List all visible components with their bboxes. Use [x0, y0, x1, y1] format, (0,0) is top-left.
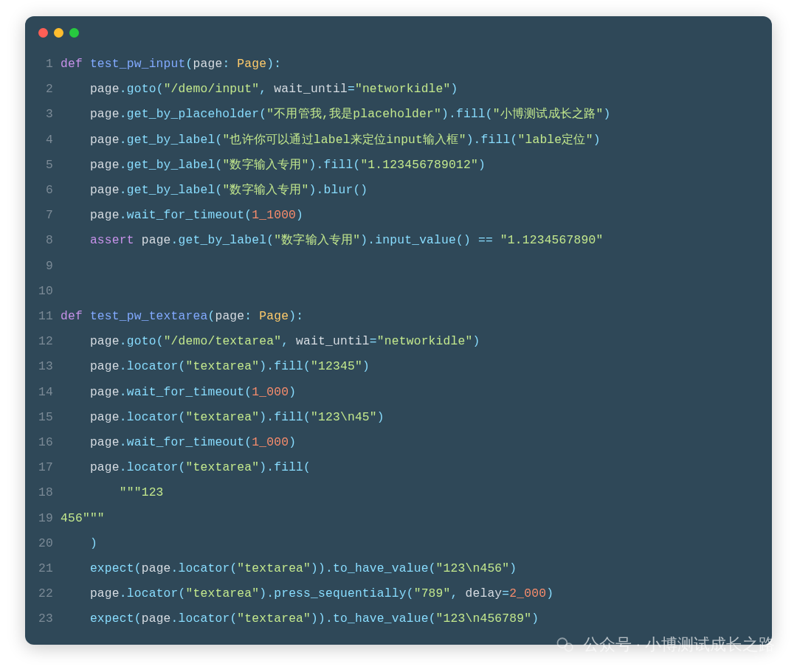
code-content: expect(page.locator("textarea")).to_have…	[61, 606, 539, 631]
code-line: 3 page.get_by_placeholder("不用管我,我是placeh…	[25, 102, 772, 127]
code-area: 1def test_pw_input(page: Page):2 page.go…	[25, 49, 772, 641]
code-line: 21 expect(page.locator("textarea")).to_h…	[25, 556, 772, 581]
code-content: assert page.get_by_label("数字输入专用").input…	[61, 228, 603, 253]
line-number: 6	[25, 178, 61, 203]
line-number: 17	[25, 455, 61, 480]
code-content: page.get_by_label("数字输入专用").blur()	[61, 178, 368, 203]
code-content: page.wait_for_timeout(1_1000)	[61, 203, 303, 228]
code-line: 20 )	[25, 531, 772, 556]
line-number: 19	[25, 506, 61, 531]
code-line: 9	[25, 254, 772, 279]
code-line: 7 page.wait_for_timeout(1_1000)	[25, 203, 772, 228]
code-line: 12 page.goto("/demo/textarea", wait_unti…	[25, 329, 772, 354]
line-number: 12	[25, 329, 61, 354]
line-number: 1	[25, 52, 61, 77]
line-number: 20	[25, 531, 61, 556]
code-line: 17 page.locator("textarea").fill(	[25, 455, 772, 480]
code-content: )	[61, 531, 97, 556]
line-number: 5	[25, 153, 61, 178]
line-number: 3	[25, 102, 61, 127]
line-number: 22	[25, 581, 61, 606]
code-content: page.get_by_label("也许你可以通过label来定位input输…	[61, 128, 601, 153]
code-content: page.wait_for_timeout(1_000)	[61, 430, 296, 455]
code-line: 14 page.wait_for_timeout(1_000)	[25, 380, 772, 405]
code-content: page.get_by_placeholder("不用管我,我是placehol…	[61, 102, 610, 127]
code-content: def test_pw_textarea(page: Page):	[61, 304, 303, 329]
code-line: 18 """123	[25, 480, 772, 505]
code-content: page.locator("textarea").fill(	[61, 455, 311, 480]
code-line: 11def test_pw_textarea(page: Page):	[25, 304, 772, 329]
code-content: page.locator("textarea").press_sequentia…	[61, 581, 553, 606]
code-content: page.goto("/demo/input", wait_until="net…	[61, 77, 458, 102]
code-line: 1def test_pw_input(page: Page):	[25, 52, 772, 77]
window-titlebar	[25, 16, 772, 49]
line-number: 14	[25, 380, 61, 405]
code-line: 23 expect(page.locator("textarea")).to_h…	[25, 606, 772, 631]
line-number: 16	[25, 430, 61, 455]
code-line: 6 page.get_by_label("数字输入专用").blur()	[25, 178, 772, 203]
line-number: 8	[25, 228, 61, 253]
line-number: 7	[25, 203, 61, 228]
code-content: page.locator("textarea").fill("123\n45")	[61, 405, 384, 430]
minimize-icon[interactable]	[54, 28, 63, 38]
line-number: 11	[25, 304, 61, 329]
code-content: 456"""	[61, 506, 105, 531]
code-line: 5 page.get_by_label("数字输入专用").fill("1.12…	[25, 153, 772, 178]
code-content: page.locator("textarea").fill("12345")	[61, 354, 370, 379]
code-editor-window: 1def test_pw_input(page: Page):2 page.go…	[25, 16, 772, 645]
code-content: def test_pw_input(page: Page):	[61, 52, 281, 77]
code-line: 22 page.locator("textarea").press_sequen…	[25, 581, 772, 606]
code-content: page.get_by_label("数字输入专用").fill("1.1234…	[61, 153, 486, 178]
code-line: 2 page.goto("/demo/input", wait_until="n…	[25, 77, 772, 102]
line-number: 15	[25, 405, 61, 430]
line-number: 10	[25, 279, 61, 304]
code-line: 15 page.locator("textarea").fill("123\n4…	[25, 405, 772, 430]
line-number: 18	[25, 480, 61, 505]
code-line: 13 page.locator("textarea").fill("12345"…	[25, 354, 772, 379]
maximize-icon[interactable]	[69, 28, 79, 38]
code-line: 19456"""	[25, 506, 772, 531]
code-content: """123	[61, 480, 164, 505]
line-number: 2	[25, 77, 61, 102]
line-number: 21	[25, 556, 61, 581]
code-line: 4 page.get_by_label("也许你可以通过label来定位inpu…	[25, 128, 772, 153]
code-line: 10	[25, 279, 772, 304]
code-content: page.wait_for_timeout(1_000)	[61, 380, 296, 405]
line-number: 4	[25, 128, 61, 153]
close-icon[interactable]	[38, 28, 48, 38]
code-content: expect(page.locator("textarea")).to_have…	[61, 556, 517, 581]
code-content: page.goto("/demo/textarea", wait_until="…	[61, 329, 480, 354]
line-number: 13	[25, 354, 61, 379]
line-number: 23	[25, 606, 61, 631]
line-number: 9	[25, 254, 61, 279]
code-line: 8 assert page.get_by_label("数字输入专用").inp…	[25, 228, 772, 253]
code-line: 16 page.wait_for_timeout(1_000)	[25, 430, 772, 455]
